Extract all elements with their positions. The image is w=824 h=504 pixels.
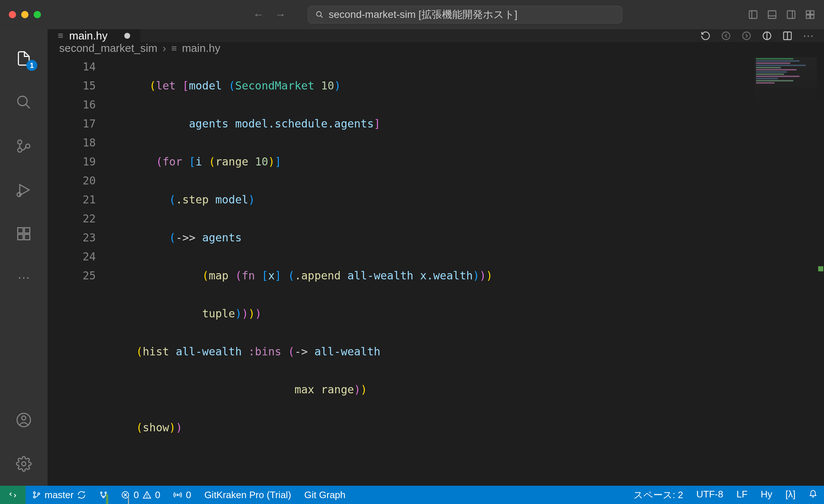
svg-point-14 <box>18 140 22 144</box>
ellipsis-icon: ⋯ <box>18 270 30 285</box>
line-number: 23 <box>48 228 96 247</box>
maximize-window-button[interactable] <box>34 11 41 18</box>
svg-point-24 <box>22 416 26 420</box>
extensions-tab[interactable] <box>0 212 48 256</box>
minimap[interactable] <box>755 57 817 105</box>
line-number: 19 <box>48 152 96 171</box>
svg-point-15 <box>18 148 22 152</box>
svg-rect-9 <box>810 11 814 14</box>
svg-point-27 <box>743 32 751 39</box>
prev-change-icon[interactable] <box>721 31 731 41</box>
toggle-sidebar-left-icon[interactable] <box>748 9 758 20</box>
file-icon: ≡ <box>171 43 177 54</box>
svg-point-25 <box>22 462 26 466</box>
explorer-tab[interactable]: 1 <box>0 37 48 80</box>
split-editor-icon[interactable] <box>782 31 793 41</box>
close-window-button[interactable] <box>9 11 16 18</box>
minimize-window-button[interactable] <box>21 11 29 18</box>
svg-rect-19 <box>18 228 23 233</box>
editor-actions: ⋯ <box>700 29 824 42</box>
svg-rect-4 <box>768 11 776 19</box>
svg-point-34 <box>38 493 40 495</box>
svg-line-1 <box>321 16 323 18</box>
modified-indicator <box>124 33 130 39</box>
svg-point-26 <box>722 32 730 39</box>
compare-icon[interactable] <box>762 31 772 41</box>
nav-back-button[interactable]: ← <box>253 8 264 21</box>
line-number: 14 <box>48 57 96 76</box>
source-control-tab[interactable] <box>0 124 48 168</box>
window-controls <box>9 11 41 18</box>
remote-button[interactable] <box>0 486 26 504</box>
tab-bar: ≡ main.hy ⋯ <box>48 29 824 42</box>
code-editor[interactable]: 14 15 16 17 18 19 20 21 22 23 24 25 (let… <box>48 54 824 504</box>
debug-icon <box>16 182 32 198</box>
svg-point-12 <box>18 96 27 106</box>
search-icon <box>16 94 32 110</box>
search-tab[interactable] <box>0 80 48 124</box>
line-number: 20 <box>48 171 96 190</box>
next-change-icon[interactable] <box>741 31 752 41</box>
more-actions-icon[interactable]: ⋯ <box>803 29 814 42</box>
editor-area: ≡ main.hy ⋯ second_market_sim › ≡ main.h… <box>48 29 824 486</box>
branch-icon <box>32 490 41 499</box>
line-number: 18 <box>48 133 96 152</box>
text-cursor <box>128 497 129 504</box>
explorer-badge: 1 <box>26 60 37 71</box>
line-gutter: 14 15 16 17 18 19 20 21 22 23 24 25 <box>48 54 110 504</box>
svg-rect-22 <box>24 234 30 240</box>
chevron-right-icon: › <box>162 42 166 54</box>
toggle-sidebar-right-icon[interactable] <box>786 9 796 20</box>
command-center[interactable]: second-market-sim [拡張機能開発ホスト] <box>308 6 622 23</box>
run-debug-tab[interactable] <box>0 168 48 212</box>
svg-line-13 <box>26 104 30 108</box>
source-control-icon <box>16 138 32 154</box>
breadcrumb[interactable]: second_market_sim › ≡ main.hy <box>48 42 824 54</box>
account-icon <box>16 412 32 428</box>
line-number: 15 <box>48 76 96 95</box>
svg-rect-8 <box>806 11 810 14</box>
line-number: 22 <box>48 209 96 228</box>
svg-point-32 <box>34 492 35 494</box>
gear-icon <box>16 456 32 472</box>
file-icon: ≡ <box>58 30 63 41</box>
activity-bar: 1 ⋯ <box>0 29 48 486</box>
overview-ruler[interactable] <box>817 54 824 504</box>
nav-arrows: ← → <box>253 8 286 21</box>
svg-point-0 <box>317 12 321 16</box>
search-icon <box>315 11 324 19</box>
overview-mark <box>818 266 823 271</box>
svg-rect-11 <box>810 15 814 18</box>
svg-point-16 <box>26 144 30 148</box>
line-number: 17 <box>48 114 96 133</box>
command-center-text: second-market-sim [拡張機能開発ホスト] <box>329 8 517 22</box>
svg-rect-21 <box>18 234 23 240</box>
toggle-panel-icon[interactable] <box>767 9 777 20</box>
nav-forward-button[interactable]: → <box>275 8 286 21</box>
titlebar: ← → second-market-sim [拡張機能開発ホスト] <box>0 0 824 29</box>
tab-main-hy[interactable]: ≡ main.hy <box>48 29 141 42</box>
breadcrumb-folder[interactable]: second_market_sim <box>59 42 157 54</box>
line-number: 25 <box>48 266 96 285</box>
svg-point-33 <box>34 496 35 498</box>
svg-rect-20 <box>24 228 30 233</box>
accounts-tab[interactable] <box>0 398 48 442</box>
customize-layout-icon[interactable] <box>805 9 815 20</box>
settings-tab[interactable] <box>0 442 48 486</box>
gutter-change-indicator <box>106 494 108 504</box>
tab-filename: main.hy <box>69 30 107 42</box>
line-number: 24 <box>48 247 96 266</box>
svg-rect-2 <box>749 11 757 19</box>
remote-icon <box>8 490 17 499</box>
layout-controls <box>748 9 815 20</box>
breadcrumb-file[interactable]: main.hy <box>182 42 220 54</box>
code-lines[interactable]: (let [model (SecondMarket 10) agents mod… <box>110 54 824 504</box>
more-tab[interactable]: ⋯ <box>0 256 48 299</box>
discard-changes-icon[interactable] <box>700 31 711 41</box>
extensions-icon <box>16 226 32 242</box>
svg-rect-6 <box>787 11 795 19</box>
line-number: 21 <box>48 190 96 209</box>
line-number: 16 <box>48 95 96 114</box>
svg-rect-10 <box>806 15 810 18</box>
